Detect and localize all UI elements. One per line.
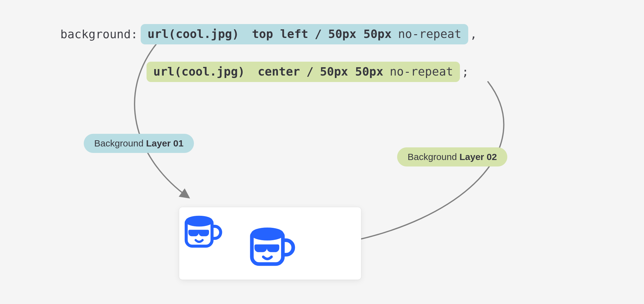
css-property: background: [60,27,141,41]
layer2-trailing: ; [460,65,469,79]
layer1-trailing: , [468,27,477,41]
svg-point-0 [187,217,211,225]
mug-icon-center [246,220,297,271]
svg-point-1 [253,229,282,239]
mug-icon-top-left [181,209,224,252]
layer1-label-bold: Layer 01 [146,138,183,148]
layer1-highlight: url(cool.jpg) top left / 50px 50px no-re… [141,24,468,44]
layer2-label-pill: Background Layer 02 [397,147,507,166]
layer2-highlight: url(cool.jpg) center / 50px 50px no-repe… [147,62,460,82]
layer2-label-bold: Layer 02 [459,152,497,162]
result-preview-box [179,207,361,280]
layer2-label-prefix: Background [408,152,459,162]
code-line-1: background: url(cool.jpg) top left / 50p… [60,24,477,44]
layer1-label-pill: Background Layer 01 [84,134,194,153]
diagram-stage: background: url(cool.jpg) top left / 50p… [0,0,644,304]
code-line-2: url(cool.jpg) center / 50px 50px no-repe… [147,62,469,82]
layer1-label-prefix: Background [94,138,146,148]
